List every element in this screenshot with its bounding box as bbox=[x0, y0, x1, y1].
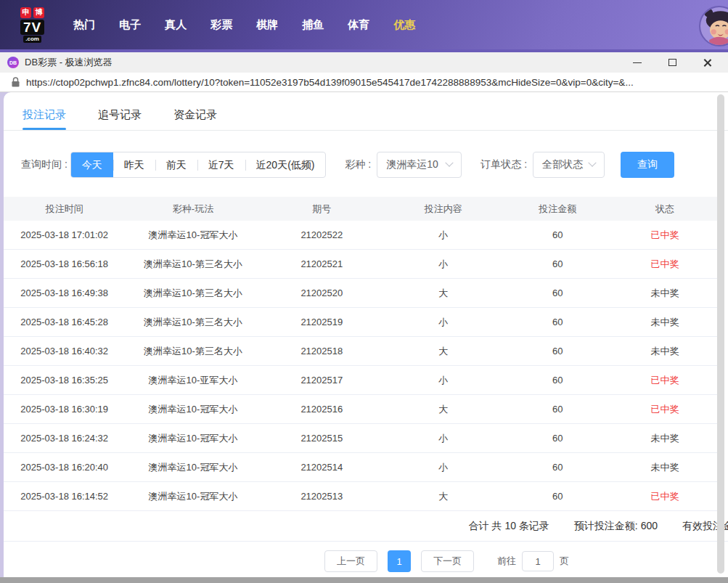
cell-content: 大 bbox=[383, 287, 504, 300]
cell-game: 澳洲幸运10-第三名大小 bbox=[125, 316, 261, 329]
cell-issue: 21202515 bbox=[261, 433, 383, 444]
column-header-4: 投注内容 bbox=[383, 203, 504, 216]
order-status-value: 全部状态 bbox=[542, 158, 583, 171]
maximize-icon bbox=[668, 59, 676, 66]
time-option-5[interactable]: 近20天(低频) bbox=[245, 152, 326, 177]
lock-icon bbox=[12, 77, 20, 87]
close-button[interactable] bbox=[700, 56, 713, 69]
filter-row: 查询时间 : 今天昨天前天近7天近20天(低频) 彩种 : 澳洲幸运10 订单状… bbox=[21, 152, 728, 178]
cell-status: 已中奖 bbox=[611, 229, 719, 242]
order-status-select[interactable]: 全部状态 bbox=[533, 152, 605, 178]
tab-1[interactable]: 投注记录 bbox=[23, 108, 66, 130]
table-row: 2025-03-18 16:45:28澳洲幸运10-第三名大小21202519小… bbox=[4, 308, 719, 337]
logo-badge-shen: 申 bbox=[20, 7, 31, 18]
cell-content: 小 bbox=[383, 461, 504, 474]
nav-item-2[interactable]: 电子 bbox=[119, 18, 141, 32]
cell-time: 2025-03-18 16:49:38 bbox=[4, 288, 125, 298]
window-bottom-edge bbox=[0, 577, 728, 583]
tab-3[interactable]: 资金记录 bbox=[173, 108, 217, 130]
table-header-row: 投注时间彩种-玩法期号投注内容投注金额状态 bbox=[4, 197, 719, 221]
cell-content: 小 bbox=[383, 432, 504, 445]
query-button[interactable]: 查询 bbox=[621, 152, 674, 178]
window-title: DB彩票 - 极速浏览器 bbox=[25, 56, 631, 69]
browser-title-bar: DB DB彩票 - 极速浏览器 bbox=[0, 52, 728, 73]
cell-game: 澳洲幸运10-第三名大小 bbox=[125, 345, 261, 358]
cell-game: 澳洲幸运10-第三名大小 bbox=[125, 287, 261, 300]
page-number-1[interactable]: 1 bbox=[388, 550, 411, 572]
table-row: 2025-03-18 16:49:38澳洲幸运10-第三名大小21202520大… bbox=[4, 279, 719, 308]
chevron-down-icon bbox=[588, 159, 596, 167]
time-option-4[interactable]: 近7天 bbox=[197, 152, 245, 177]
url-bar[interactable]: https://ctop02pchwp1.zfnc84.com/lottery/… bbox=[0, 73, 728, 92]
cell-amount: 60 bbox=[504, 462, 611, 473]
nav-item-1[interactable]: 热门 bbox=[73, 18, 95, 32]
cell-issue: 21202516 bbox=[261, 404, 383, 415]
lottery-select[interactable]: 澳洲幸运10 bbox=[377, 152, 462, 178]
table-row: 2025-03-18 17:01:02澳洲幸运10-冠军大小21202522小6… bbox=[4, 221, 719, 250]
cell-issue: 21202518 bbox=[261, 346, 383, 356]
cell-content: 大 bbox=[383, 490, 504, 503]
url-text: https://ctop02pchwp1.zfnc84.com/lottery/… bbox=[26, 77, 634, 88]
cell-content: 小 bbox=[383, 229, 504, 242]
nav-item-3[interactable]: 真人 bbox=[165, 18, 187, 32]
summary-row: 合计 共 10 条记录 预计投注金额: 600 有效投注金 bbox=[4, 511, 728, 542]
cell-status: 已中奖 bbox=[611, 258, 719, 271]
table-row: 2025-03-18 16:35:25澳洲幸运10-亚军大小21202517小6… bbox=[4, 366, 719, 395]
nav-item-7[interactable]: 体育 bbox=[348, 18, 369, 32]
cell-amount: 60 bbox=[504, 317, 611, 327]
cell-content: 小 bbox=[383, 374, 504, 387]
nav-item-8[interactable]: 优惠 bbox=[393, 18, 415, 32]
next-page-button[interactable]: 下一页 bbox=[421, 550, 474, 572]
cell-content: 大 bbox=[383, 345, 504, 358]
time-option-2[interactable]: 昨天 bbox=[113, 152, 155, 177]
cell-issue: 21202521 bbox=[261, 258, 383, 269]
column-header-2: 彩种-玩法 bbox=[125, 203, 261, 216]
cell-game: 澳洲幸运10-冠军大小 bbox=[125, 461, 261, 474]
browser-favicon-icon: DB bbox=[7, 57, 19, 68]
maximize-button[interactable] bbox=[666, 56, 679, 69]
table-row: 2025-03-18 16:30:19澳洲幸运10-冠军大小21202516大6… bbox=[4, 395, 719, 424]
cell-amount: 60 bbox=[504, 288, 611, 298]
table-body: 2025-03-18 17:01:02澳洲幸运10-冠军大小21202522小6… bbox=[4, 221, 719, 511]
nav-item-5[interactable]: 棋牌 bbox=[256, 18, 278, 32]
cell-time: 2025-03-18 16:40:32 bbox=[4, 346, 125, 356]
column-header-5: 投注金额 bbox=[504, 203, 611, 216]
avatar-illustration bbox=[700, 7, 728, 45]
site-nav-items: 热门电子真人彩票棋牌捕鱼体育优惠 bbox=[73, 18, 415, 32]
user-avatar[interactable] bbox=[699, 6, 728, 46]
cell-status: 未中奖 bbox=[611, 287, 719, 300]
chevron-down-icon bbox=[446, 159, 454, 167]
table-row: 2025-03-18 16:14:52澳洲幸运10-冠军大小21202513大6… bbox=[4, 482, 719, 511]
time-option-3[interactable]: 前天 bbox=[155, 152, 197, 177]
tab-2[interactable]: 追号记录 bbox=[98, 108, 142, 130]
prev-page-button[interactable]: 上一页 bbox=[324, 550, 377, 572]
summary-total: 合计 共 10 条记录 bbox=[469, 520, 549, 533]
content-panel: 投注记录追号记录资金记录 查询时间 : 今天昨天前天近7天近20天(低频) 彩种… bbox=[4, 92, 728, 577]
cell-issue: 21202520 bbox=[261, 288, 383, 298]
nav-item-6[interactable]: 捕鱼 bbox=[302, 18, 324, 32]
pagination: 上一页 1 下一页 前往 页 bbox=[4, 550, 719, 572]
cell-game: 澳洲幸运10-第三名大小 bbox=[125, 258, 261, 271]
cell-content: 小 bbox=[383, 316, 504, 329]
cell-status: 未中奖 bbox=[611, 461, 719, 474]
time-filter-label: 查询时间 : bbox=[21, 158, 68, 171]
cell-status: 已中奖 bbox=[611, 374, 719, 387]
minimize-button[interactable] bbox=[631, 56, 644, 69]
nav-item-4[interactable]: 彩票 bbox=[210, 18, 232, 32]
time-option-1[interactable]: 今天 bbox=[71, 152, 113, 177]
cell-time: 2025-03-18 16:35:25 bbox=[4, 375, 125, 386]
cell-time: 2025-03-18 16:30:19 bbox=[4, 404, 125, 415]
cell-amount: 60 bbox=[504, 229, 611, 240]
minimize-icon bbox=[633, 62, 642, 63]
goto-page-label: 前往 bbox=[497, 555, 516, 568]
goto-page-input[interactable] bbox=[522, 551, 554, 571]
logo-badges: 申 博 bbox=[20, 7, 44, 18]
cell-amount: 60 bbox=[504, 375, 611, 386]
column-header-1: 投注时间 bbox=[4, 203, 125, 216]
order-status-label: 订单状态 : bbox=[480, 158, 527, 171]
cell-issue: 21202514 bbox=[261, 462, 383, 473]
vertical-scrollbar[interactable] bbox=[717, 94, 724, 574]
cell-game: 澳洲幸运10-冠军大小 bbox=[125, 403, 261, 416]
site-logo[interactable]: 申 博 7V .com bbox=[20, 7, 44, 43]
cell-amount: 60 bbox=[504, 433, 611, 444]
